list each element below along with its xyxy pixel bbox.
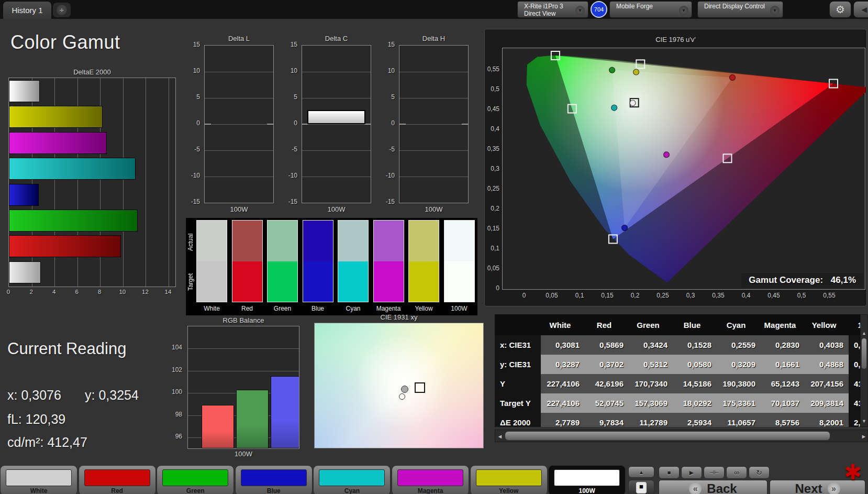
table-cell: 2, [849,413,860,427]
cie1931-title: CIE 1931 xy [314,313,484,321]
delta-l-y-axis: 151050-5-10-15 [182,45,202,203]
table-cell: 190,3800 [717,374,761,393]
patch-button-green[interactable]: Green [157,465,234,494]
current-reading-heading: Current Reading [7,339,126,358]
y-tick-label: 0,45 [485,105,499,113]
gridline [399,72,468,72]
patch-button-cyan[interactable]: Cyan [313,465,391,494]
table-header-row: WhiteRedGreenBlueCyanMagentaYellow100W [495,314,860,335]
tab-history-1[interactable]: History 1 [3,2,51,19]
range-button[interactable]: ⊣⊢ [704,466,725,479]
reading-cdm2: cd/m²: 412,47 [7,435,87,450]
swatch-column-blue [303,220,333,302]
table-cell: 0,1661 [761,355,805,374]
gridline [205,150,273,151]
column-header-100w: 100W [849,314,860,335]
table-hscrollbar[interactable]: ◄ ► [495,430,868,442]
patch-swatch [319,469,385,486]
actual-swatch [338,221,368,261]
patch-label: White [1,487,77,494]
stop-icon: ■ [667,469,671,476]
column-header-yellow: Yellow [805,314,849,335]
delta-l-x-label: 100W [204,205,274,213]
scroll-left-icon[interactable]: ◄ [497,433,503,440]
patch-swatch [554,469,620,486]
table-vscrollbar[interactable]: ▲ ▼ [860,314,868,427]
actual-swatch [232,221,262,261]
swatch-label: Magenta [373,305,405,312]
pattern-up-button[interactable]: ▲ [628,466,654,478]
scroll-right-icon[interactable]: ► [861,433,867,440]
column-header-green: Green [629,314,673,335]
patch-button-yellow[interactable]: Yellow [470,465,548,494]
refresh-button[interactable]: ↻ [749,466,770,479]
deltae-bar-100w [9,80,40,102]
swatch-label: Cyan [337,305,369,312]
gridline [188,348,299,349]
patch-button-white[interactable]: White [0,465,77,494]
measured-point-green [609,67,615,73]
measured-point-red [730,75,736,81]
y-tick-label: 15 [182,41,200,48]
add-tab-button[interactable]: + [53,3,71,17]
patch-swatch [84,469,150,486]
rgb-bar-green [236,390,269,448]
table-cell: 209,3814 [805,393,849,413]
patch-button-magenta[interactable]: Magenta [392,465,469,494]
display-control-dropdown[interactable]: Direct Display Control ▼ [697,1,783,18]
target-swatch [232,261,262,302]
page-title: Color Gamut [10,31,120,53]
play-icon: ▶ [689,469,694,476]
row-label: Target Y [495,393,541,413]
cie1976-title: CIE 1976 u'v' [485,36,866,43]
rgb-bar-blue [271,376,299,448]
table-cell: 0,3424 [629,335,673,355]
chevron-left-icon: « [689,482,702,494]
x-tick-label: 0,05 [541,292,562,299]
source-dropdown[interactable]: Mobile Forge ▼ [609,1,692,18]
patch-button-red[interactable]: Red [79,465,156,494]
patch-button-blue[interactable]: Blue [235,465,313,494]
back-button[interactable]: « Back [659,480,767,494]
stop-button[interactable]: ■ [659,466,680,479]
y-tick-label: 10 [182,67,200,74]
table-cell: 0,3209 [717,355,761,374]
hscroll-thumb[interactable] [505,431,830,441]
swatch-label: Yellow [408,305,440,312]
scroll-down-icon[interactable]: ▼ [861,419,867,424]
y-tick-label: 0,15 [485,225,499,232]
swatch-column-yellow [408,220,439,302]
tab-label: History 1 [12,6,42,15]
x-tick-label: 0 [1,289,16,295]
back-arrow-icon: ◀ [862,5,867,14]
x-tick-label: 12 [138,289,152,295]
table-row: x: CIE310,30810,58690,34240,15280,25590,… [495,335,860,355]
column-header-blue: Blue [673,314,717,335]
table-cell: 11,0657 [717,413,761,427]
patch-button-100w[interactable]: 100W [548,465,626,494]
cie1931-marker-open-circle [399,393,405,400]
scroll-up-icon[interactable]: ▲ [861,331,867,336]
settings-button[interactable]: ⚙ [829,1,851,18]
x-tick-label: 0,1 [569,292,590,299]
play-button[interactable]: ▶ [681,466,702,479]
previous-view-button[interactable]: ◀ [853,1,868,18]
continuous-button[interactable]: ∞ [726,466,747,479]
measured-point-magenta [664,152,670,158]
table-row: y: CIE310,32870,37020,53120,05800,32090,… [495,355,860,374]
gridline [205,98,273,98]
meter-dropdown[interactable]: X-Rite i1Pro 3 Direct View ▼ [517,1,588,18]
y-tick-label: 0 [182,119,200,127]
table-cell: 227,4106 [541,374,585,393]
delta-c-chart [302,45,371,203]
rgb-balance-y-axis: 1041021009896 [166,326,184,449]
vscroll-thumb[interactable] [861,338,867,369]
patch-label: Red [79,487,155,494]
pattern-window-button[interactable]: ■ [628,480,654,494]
zero-tick [205,124,211,125]
y-tick-label: 5 [182,93,200,101]
y-tick-label: -15 [280,198,297,205]
delta-c-y-axis: 151050-5-10-15 [280,45,299,203]
alert-asterisk-icon: ✱ [844,460,862,484]
target-swatch [338,261,368,302]
